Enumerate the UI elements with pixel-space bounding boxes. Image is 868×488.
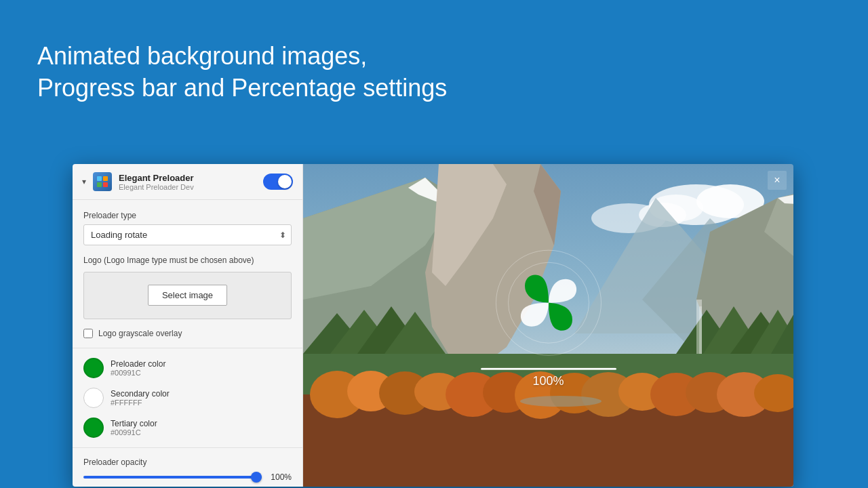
preview-panel: 100% × bbox=[303, 164, 793, 487]
progress-bar-track bbox=[481, 368, 616, 370]
secondary-color-label: Secondary color bbox=[111, 389, 170, 399]
settings-panel: ▾ Elegant Preloader Elegant Preloader De… bbox=[73, 164, 303, 487]
tertiary-color-row: Tertiary color #00991C bbox=[83, 418, 292, 438]
opacity-section: Preloader opacity 100% bbox=[83, 458, 292, 482]
opacity-label: Preloader opacity bbox=[83, 458, 292, 467]
secondary-color-row: Secondary color #FFFFFF bbox=[83, 388, 292, 408]
close-button[interactable]: × bbox=[768, 171, 787, 190]
preloader-color-hex: #00991C bbox=[111, 369, 165, 377]
panel-content: Preloader type Loading rotate Loading ba… bbox=[73, 200, 302, 487]
select-image-button[interactable]: Select image bbox=[148, 285, 227, 306]
preloader-color-row: Preloader color #00991C bbox=[83, 358, 292, 378]
plugin-info: Elegant Preloader Elegant Preloader Dev bbox=[119, 173, 256, 191]
preloader-color-swatch[interactable] bbox=[83, 358, 104, 378]
plugin-name: Elegant Preloader bbox=[119, 173, 256, 183]
grayscale-label[interactable]: Logo grayscale overlay bbox=[98, 329, 182, 338]
tertiary-color-hex: #00991C bbox=[111, 428, 157, 436]
divider-1 bbox=[73, 348, 302, 348]
progress-text: 100% bbox=[532, 374, 564, 388]
collapse-arrow[interactable]: ▾ bbox=[82, 177, 86, 186]
logo-select-area: Select image bbox=[83, 272, 292, 319]
logo-section-label: Logo (Logo Image type must be chosen abo… bbox=[83, 255, 292, 266]
tertiary-color-swatch[interactable] bbox=[83, 418, 104, 438]
opacity-slider[interactable] bbox=[83, 476, 262, 479]
opacity-value: 100% bbox=[269, 472, 292, 482]
svg-rect-0 bbox=[97, 176, 102, 181]
header-section: Animated background images, Progress bar… bbox=[37, 41, 447, 104]
svg-rect-2 bbox=[97, 182, 102, 187]
opacity-row: 100% bbox=[83, 472, 292, 482]
secondary-color-hex: #FFFFFF bbox=[111, 399, 170, 407]
plugin-subtitle: Elegant Preloader Dev bbox=[119, 183, 256, 191]
preloader-type-label: Preloader type bbox=[83, 211, 292, 220]
tertiary-color-label: Tertiary color bbox=[111, 419, 157, 428]
grayscale-row: Logo grayscale overlay bbox=[83, 329, 292, 338]
grayscale-checkbox[interactable] bbox=[83, 329, 93, 338]
preloader-type-select[interactable]: Loading rotate Loading bar Logo image Sp… bbox=[83, 224, 292, 245]
preloader-color-label: Preloader color bbox=[111, 359, 165, 369]
plugin-header: ▾ Elegant Preloader Elegant Preloader De… bbox=[73, 164, 302, 200]
plugin-icon bbox=[93, 172, 112, 191]
logo-section: Logo (Logo Image type must be chosen abo… bbox=[83, 255, 292, 319]
logo-container bbox=[494, 249, 603, 357]
svg-rect-1 bbox=[103, 176, 108, 181]
progress-area: 100% bbox=[481, 368, 616, 388]
svg-rect-3 bbox=[103, 182, 108, 187]
divider-2 bbox=[73, 447, 302, 448]
ring-inner bbox=[508, 262, 589, 344]
secondary-color-swatch[interactable] bbox=[83, 388, 104, 408]
main-window: ▾ Elegant Preloader Elegant Preloader De… bbox=[73, 164, 793, 487]
plugin-toggle[interactable] bbox=[263, 174, 293, 190]
progress-bar-fill bbox=[481, 368, 616, 370]
svg-point-49 bbox=[520, 396, 601, 407]
preloader-type-section: Preloader type Loading rotate Loading ba… bbox=[83, 211, 292, 245]
preloader-overlay: 100% bbox=[481, 249, 616, 388]
header-title: Animated background images, Progress bar… bbox=[37, 41, 447, 104]
svg-rect-48 bbox=[699, 306, 702, 354]
preloader-type-select-wrapper: Loading rotate Loading bar Logo image Sp… bbox=[83, 224, 292, 245]
